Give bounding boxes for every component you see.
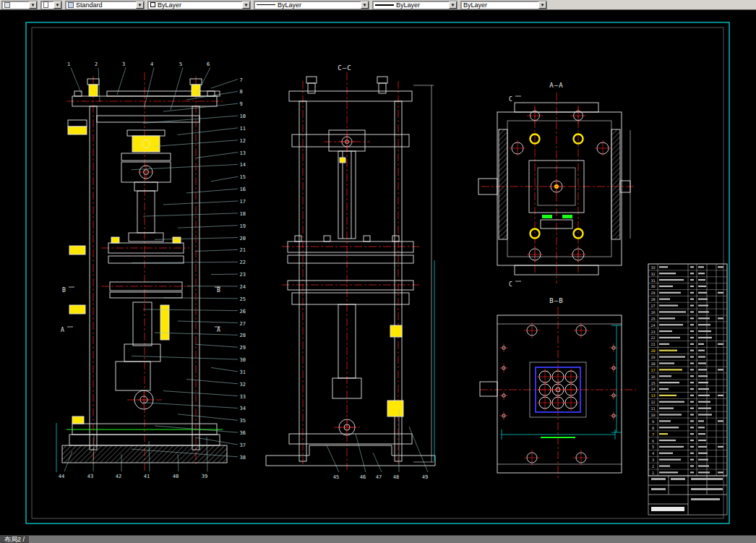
part-row-textbar <box>659 350 677 351</box>
part-row-textbar <box>659 395 676 396</box>
linetype-icon <box>257 4 275 5</box>
chevron-down-icon[interactable]: ▼ <box>361 1 369 9</box>
toolbar-combo-named-view-icon[interactable]: ▼ <box>1 1 38 9</box>
callout-number: 20 <box>240 236 246 241</box>
part-row-textbar <box>659 433 668 435</box>
combo-label: Standard <box>76 1 136 9</box>
part-row-textbar <box>659 465 670 466</box>
callout-leader <box>132 262 238 262</box>
part-row-textbar <box>659 299 670 300</box>
part-callouts: 7891011121314151617181920212223242526272… <box>59 61 428 480</box>
part-row-textbar <box>659 266 668 268</box>
toolbar-combo-text-style-icon[interactable]: Standard▼ <box>65 1 145 9</box>
callout-number: 10 <box>240 114 246 119</box>
mark-b-right: B <box>217 287 220 294</box>
callout-leader <box>197 68 210 95</box>
callout-leader <box>171 68 183 111</box>
chevron-down-icon[interactable]: ▼ <box>449 1 457 9</box>
callout-leader <box>211 176 238 181</box>
sheet-icon <box>43 1 48 8</box>
drawing-canvas[interactable]: 7891011121314151617181920212223242526272… <box>0 10 756 535</box>
callout-leader <box>143 309 238 311</box>
callout-leader <box>211 274 238 275</box>
callout-number: 29 <box>240 345 246 351</box>
callout-number: 36 <box>240 430 246 436</box>
callout-number: 6 <box>207 61 210 67</box>
part-row-no: 32 <box>650 272 655 276</box>
part-row-textbar <box>659 292 681 294</box>
part-row-textbar <box>659 459 681 461</box>
callout-number: 18 <box>240 211 246 217</box>
part-row-textbar <box>659 311 686 312</box>
toolbar-combo-linetype-icon[interactable]: ByLayer▼ <box>254 1 369 9</box>
part-row-no: 1 <box>652 471 654 475</box>
properties-toolbar: ▼▼Standard▼ByLayer▼ByLayer▼ByLayer▼ByLay… <box>0 0 756 10</box>
part-row-no: 33 <box>650 265 655 270</box>
part-row-no: 27 <box>650 304 655 308</box>
chevron-down-icon[interactable]: ▼ <box>136 1 144 9</box>
color-swatch-icon <box>150 2 155 7</box>
part-row-no: 8 <box>652 426 654 430</box>
callout-number: 38 <box>240 455 246 461</box>
toolbar-combo-lineweight-icon[interactable]: ByLayer▼ <box>372 1 458 9</box>
part-row-textbar <box>659 356 685 358</box>
callout-number: 31 <box>240 369 246 375</box>
part-row-no: 23 <box>650 330 655 334</box>
label-section-cc: C—C <box>338 64 351 72</box>
part-row-no: 17 <box>650 368 655 372</box>
callout-number: 15 <box>240 174 246 180</box>
chevron-down-icon[interactable]: ▼ <box>29 1 37 9</box>
part-row-textbar <box>659 273 676 274</box>
callout-number: 1 <box>67 61 70 67</box>
callout-number: 11 <box>240 126 246 132</box>
callout-leader <box>71 68 81 93</box>
part-row-textbar <box>659 420 671 422</box>
callout-leader <box>132 356 238 359</box>
callout-leader <box>163 201 238 205</box>
callout-leader <box>356 434 366 472</box>
part-row-no: 4 <box>652 451 654 456</box>
callout-number: 17 <box>240 199 246 205</box>
toolbar-combo-plotstyle-icon[interactable]: ByLayer▼ <box>460 1 547 9</box>
part-row-textbar <box>659 440 676 441</box>
combo-label: ByLayer <box>278 1 361 9</box>
status-bar: 布局2 / <box>0 535 756 543</box>
callout-number: 32 <box>240 382 246 388</box>
callout-number: 37 <box>240 442 246 448</box>
callout-leader <box>211 80 238 89</box>
callout-number: 14 <box>240 162 246 168</box>
callout-number: 46 <box>360 474 366 480</box>
part-row-textbar <box>659 362 674 364</box>
callout-number: 33 <box>240 394 246 400</box>
part-row-no: 28 <box>650 297 655 302</box>
chevron-down-icon[interactable]: ▼ <box>538 1 546 9</box>
part-row-no: 16 <box>650 375 655 379</box>
part-row-no: 20 <box>650 349 655 353</box>
callout-leader <box>195 344 238 347</box>
drawing-sheet: 7891011121314151617181920212223242526272… <box>0 10 756 535</box>
part-row-textbar <box>659 427 679 428</box>
part-row-textbar <box>659 279 684 281</box>
callout-leader <box>178 128 238 135</box>
toolbar-combo-sheet-icon[interactable]: ▼ <box>40 1 62 9</box>
callout-number: 7 <box>240 77 243 83</box>
callout-number: 27 <box>240 321 246 327</box>
callout-leader <box>186 189 238 193</box>
callout-number: 21 <box>240 247 246 253</box>
combo-label: ByLayer <box>396 1 449 9</box>
chevron-down-icon[interactable]: ▼ <box>53 1 61 9</box>
part-row-textbar <box>659 471 678 473</box>
part-row-no: 29 <box>650 291 655 295</box>
callout-number: 22 <box>240 260 246 265</box>
callout-number: 25 <box>240 296 246 302</box>
layout-tab[interactable]: 布局2 / <box>0 536 29 543</box>
part-row-no: 25 <box>650 317 655 321</box>
chevron-down-icon[interactable]: ▼ <box>242 1 250 9</box>
callout-number: 35 <box>240 418 246 424</box>
toolbar-combo-color-swatch-icon[interactable]: ByLayer▼ <box>147 1 251 9</box>
callout-number: 49 <box>422 474 428 480</box>
callout-number: 45 <box>333 474 339 480</box>
callout-number: 28 <box>240 333 246 338</box>
section-cc-view <box>266 72 435 470</box>
part-row-textbar <box>659 330 672 332</box>
